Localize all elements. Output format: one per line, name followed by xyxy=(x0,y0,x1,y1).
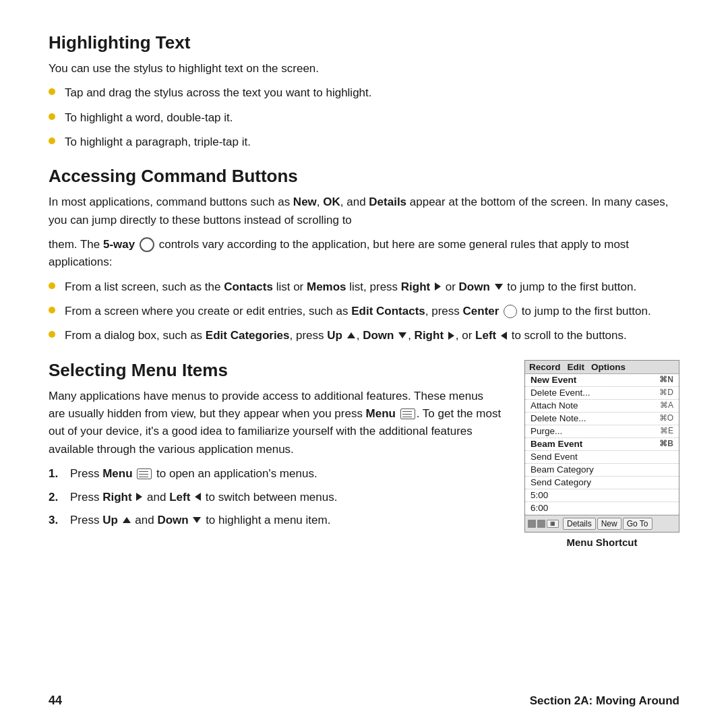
edit-categories-bold: Edit Categories xyxy=(206,329,290,342)
menu-item-beam-category: Beam Category xyxy=(525,464,679,477)
menu-item-shortcut: ⌘E xyxy=(660,426,673,436)
arrow-down-icon2 xyxy=(398,332,406,338)
bullet-dot xyxy=(49,331,55,338)
page: Highlighting Text You can use the stylus… xyxy=(0,0,728,728)
list-item: To highlight a paragraph, triple-tap it. xyxy=(49,133,679,151)
arrow-down-icon xyxy=(495,284,503,290)
accessing-para2: them. The 5-way controls vary according … xyxy=(49,236,679,272)
menu-item-shortcut: ⌘D xyxy=(659,388,673,398)
bullet-dot xyxy=(49,307,55,313)
menu-item-shortcut: ⌘N xyxy=(659,375,673,385)
bullet-dot xyxy=(49,138,55,144)
menu-item-label: Beam Event xyxy=(530,439,582,449)
section-label: Section 2A: Moving Around xyxy=(530,694,679,708)
menu-item-shortcut: ⌘O xyxy=(659,413,673,423)
menu-item-label: Beam Category xyxy=(530,464,594,475)
list-item: From a list screen, such as the Contacts… xyxy=(49,278,679,296)
bullet-text: From a dialog box, such as Edit Categori… xyxy=(65,327,627,344)
list-item: 3. Press Up and Down to highlight a menu… xyxy=(49,512,503,529)
para2-text-c: controls vary according to the applicati… xyxy=(49,238,629,268)
grid-icon: ▦ xyxy=(547,520,559,528)
time-row-500: 5:00 xyxy=(525,489,679,502)
arrow-left-icon2 xyxy=(195,493,201,501)
menu-step1: Menu xyxy=(102,467,132,480)
step-text: Press Menu to open an application's menu… xyxy=(70,465,317,483)
bullet-text: To highlight a paragraph, triple-tap it. xyxy=(65,133,251,151)
list-item: To highlight a word, double-tap it. xyxy=(49,109,679,127)
menu-item-attach-note: Attach Note ⌘A xyxy=(525,400,679,413)
bottom-icons: ▦ xyxy=(528,520,559,528)
step-num: 1. xyxy=(49,465,67,483)
menu-icon2 xyxy=(137,468,152,479)
accessing-bullets: From a list screen, such as the Contacts… xyxy=(49,278,679,345)
highlighting-title: Highlighting Text xyxy=(49,32,679,53)
memos-bold: Memos xyxy=(307,280,346,293)
time-row-600: 6:00 xyxy=(525,502,679,515)
arrow-right-icon2 xyxy=(448,332,454,340)
bullet-dot xyxy=(49,88,55,95)
menu-bar: Record Edit Options xyxy=(525,361,679,374)
goto-btn[interactable]: Go To xyxy=(623,518,653,530)
bullet-text: Tap and drag the stylus across the text … xyxy=(65,84,372,102)
center-icon xyxy=(504,305,517,318)
menu-bottom-bar: ▦ Details New Go To xyxy=(525,515,679,532)
bullet-text: From a screen where you create or edit e… xyxy=(65,303,651,320)
para1-details: Details xyxy=(369,195,406,208)
step-num: 2. xyxy=(49,489,67,506)
page-number: 44 xyxy=(49,694,62,708)
accessing-command-buttons-section: Accessing Command Buttons In most applic… xyxy=(49,166,679,344)
bullet-dot xyxy=(49,113,55,120)
menu-icon xyxy=(400,408,415,419)
menu-item-beam-event: Beam Event ⌘B xyxy=(525,438,679,451)
selecting-text: Selecting Menu Items Many applications h… xyxy=(49,360,503,536)
list-item: From a screen where you create or edit e… xyxy=(49,303,679,320)
step-text: Press Right and Left to switch between m… xyxy=(70,489,337,506)
step-num: 3. xyxy=(49,512,67,529)
menu-item-send-category: Send Category xyxy=(525,477,679,489)
icon-sq2 xyxy=(537,520,545,528)
menu-item-label: New Event xyxy=(530,375,576,385)
details-btn[interactable]: Details xyxy=(563,518,596,530)
menu-item-send-event: Send Event xyxy=(525,451,679,464)
left-bold: Left xyxy=(475,329,496,342)
menu-item-shortcut: ⌘A xyxy=(660,400,673,411)
right-bold: Right xyxy=(401,280,430,293)
arrow-up-icon2 xyxy=(123,517,131,523)
up-step3: Up xyxy=(102,514,118,526)
menu-bar-record: Record xyxy=(529,362,561,372)
para2-text-a: them. The xyxy=(49,238,103,251)
new-btn[interactable]: New xyxy=(597,518,621,530)
menu-item-delete-event: Delete Event... ⌘D xyxy=(525,387,679,400)
down-step3: Down xyxy=(157,514,188,526)
selecting-menu-items-section: Selecting Menu Items Many applications h… xyxy=(49,360,679,548)
arrow-left-icon xyxy=(501,332,507,340)
arrow-right-icon xyxy=(435,282,441,291)
menu-item-label: Delete Event... xyxy=(530,388,590,398)
menu-item-new-event: New Event ⌘N xyxy=(525,374,679,387)
menu-item-label: Delete Note... xyxy=(530,413,586,423)
menu-bar-edit: Edit xyxy=(568,362,585,372)
down2-bold: Down xyxy=(363,329,394,342)
bullet-text: To highlight a word, double-tap it. xyxy=(65,109,233,127)
highlighting-bullets: Tap and drag the stylus across the text … xyxy=(49,84,679,151)
menu-screenshot: Record Edit Options New Event ⌘N Delete … xyxy=(524,360,679,533)
accessing-title: Accessing Command Buttons xyxy=(49,166,679,187)
para1-text-a: In most applications, command buttons su… xyxy=(49,195,293,208)
menu-item-label: Send Event xyxy=(530,452,578,462)
contacts-bold: Contacts xyxy=(224,280,273,293)
bullet-dot xyxy=(49,282,55,289)
menu-item-label: Attach Note xyxy=(530,400,578,411)
center-bold: Center xyxy=(463,305,499,317)
right-step2: Right xyxy=(102,491,131,504)
menu-screenshot-label: Menu Shortcut xyxy=(567,537,638,548)
arrow-down-icon3 xyxy=(193,517,201,523)
highlighting-text-section: Highlighting Text You can use the stylus… xyxy=(49,32,679,151)
icon-sq1 xyxy=(528,520,536,528)
menu-item-purge: Purge... ⌘E xyxy=(525,425,679,438)
list-item: 2. Press Right and Left to switch betwee… xyxy=(49,489,503,506)
para2-5way: 5-way xyxy=(103,238,135,251)
menu-item-label: Send Category xyxy=(530,477,591,487)
selecting-para: Many applications have menus to provide … xyxy=(49,388,503,458)
selecting-title: Selecting Menu Items xyxy=(49,360,503,381)
menu-item-label: Purge... xyxy=(530,426,562,436)
